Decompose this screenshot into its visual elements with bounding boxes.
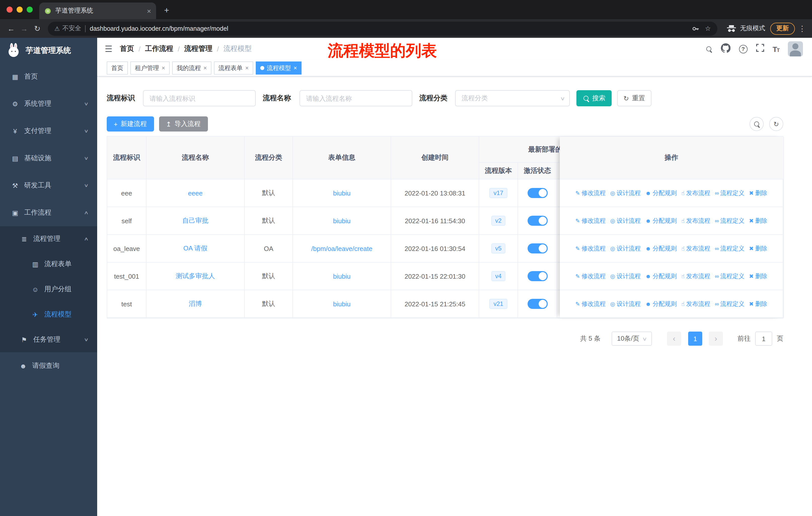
sidebar-item-process-model[interactable]: ✈ 流程模型 [0, 302, 97, 327]
process-name-link[interactable]: 滔博 [189, 300, 202, 307]
assign-rule-action[interactable]: ☻分配规则 [645, 244, 676, 253]
sidebar-item-infra[interactable]: ▤ 基础设施 ∨ [0, 145, 97, 172]
toggle-search-button[interactable] [750, 117, 764, 131]
publish-process-action[interactable]: ☝发布流程 [682, 244, 710, 253]
help-icon[interactable]: ? [739, 45, 747, 53]
github-icon[interactable] [721, 43, 730, 55]
tag-my-process[interactable]: 我的流程 × [172, 61, 211, 75]
refresh-table-button[interactable]: ↻ [769, 117, 783, 131]
assign-rule-action[interactable]: ☻分配规则 [645, 189, 676, 197]
process-name-link[interactable]: 自己审批 [182, 217, 208, 224]
delete-action[interactable]: ✖删除 [749, 272, 767, 280]
delete-action[interactable]: ✖删除 [749, 244, 767, 253]
process-name-link[interactable]: OA 请假 [183, 244, 207, 252]
tag-process-form[interactable]: 流程表单 × [214, 61, 253, 75]
breadcrumb-home[interactable]: 首页 [120, 44, 134, 53]
delete-action[interactable]: ✖删除 [749, 216, 767, 225]
active-toggle[interactable] [527, 299, 547, 309]
prev-page-button[interactable]: ‹ [667, 332, 681, 346]
publish-process-action[interactable]: ☝发布流程 [682, 272, 710, 280]
sidebar-item-system[interactable]: ⚙ 系统管理 ∨ [0, 90, 97, 117]
address-bar[interactable]: ⚠ 不安全 dashboard.yudao.iocoder.cn/bpm/man… [48, 21, 717, 35]
current-page-button[interactable]: 1 [688, 332, 702, 346]
password-key-icon[interactable] [692, 24, 700, 32]
process-name-input[interactable] [299, 90, 412, 106]
process-definition-action[interactable]: ∞流程定义 [715, 189, 745, 197]
reload-icon[interactable]: ↻ [31, 22, 44, 35]
design-process-action[interactable]: ◎设计流程 [610, 300, 641, 308]
edit-process-action[interactable]: ✎修改流程 [575, 216, 606, 225]
category-select[interactable]: 流程分类 ∨ [455, 90, 570, 106]
design-process-action[interactable]: ◎设计流程 [610, 272, 641, 280]
form-link[interactable]: biubiu [333, 189, 350, 197]
assign-rule-action[interactable]: ☻分配规则 [645, 300, 676, 308]
search-icon[interactable] [705, 46, 712, 52]
update-browser-button[interactable]: 更新 [770, 22, 795, 34]
edit-process-action[interactable]: ✎修改流程 [575, 272, 606, 280]
delete-action[interactable]: ✖删除 [749, 189, 767, 197]
sidebar-item-leave-query[interactable]: ☻ 请假查询 [0, 352, 97, 379]
sidebar-item-user-group[interactable]: ☺ 用户分组 [0, 277, 97, 302]
hamburger-icon[interactable]: ☰ [105, 44, 113, 54]
next-page-button[interactable]: › [709, 332, 723, 346]
reset-button[interactable]: ↻ 重置 [617, 90, 651, 106]
goto-page-input[interactable] [755, 332, 772, 346]
tab-close-icon[interactable]: × [147, 7, 151, 15]
sidebar-item-payment[interactable]: ¥ 支付管理 ∨ [0, 117, 97, 145]
process-name-link[interactable]: eeee [188, 189, 203, 197]
process-key-input[interactable] [143, 90, 256, 106]
edit-process-action[interactable]: ✎修改流程 [575, 189, 606, 197]
form-link[interactable]: biubiu [333, 272, 350, 280]
close-window-button[interactable] [6, 6, 12, 12]
new-tab-button[interactable]: + [160, 4, 173, 17]
form-link[interactable]: /bpm/oa/leave/create [311, 245, 373, 252]
fullscreen-icon[interactable] [756, 44, 764, 54]
tag-process-model[interactable]: 流程模型 × [256, 61, 301, 75]
import-process-button[interactable]: ↥ 导入流程 [159, 116, 208, 132]
breadcrumb-process-mgmt[interactable]: 流程管理 [184, 44, 212, 53]
sidebar-item-workflow[interactable]: ▣ 工作流程 ∧ [0, 199, 97, 226]
bookmark-star-icon[interactable]: ☆ [705, 25, 711, 32]
form-link[interactable]: biubiu [333, 217, 350, 224]
assign-rule-action[interactable]: ☻分配规则 [645, 272, 676, 280]
tag-tenant[interactable]: 租户管理 × [130, 61, 170, 75]
active-toggle[interactable] [527, 243, 547, 253]
back-icon[interactable]: ← [4, 22, 18, 35]
process-definition-action[interactable]: ∞流程定义 [715, 272, 745, 280]
edit-process-action[interactable]: ✎修改流程 [575, 244, 606, 253]
forward-icon[interactable]: → [18, 22, 31, 35]
breadcrumb-workflow[interactable]: 工作流程 [145, 44, 173, 53]
publish-process-action[interactable]: ☝发布流程 [682, 189, 710, 197]
create-process-button[interactable]: + 新建流程 [107, 116, 154, 132]
active-toggle[interactable] [527, 271, 547, 281]
sidebar-item-home[interactable]: ▦ 首页 [0, 63, 97, 90]
design-process-action[interactable]: ◎设计流程 [610, 244, 641, 253]
search-button[interactable]: 搜索 [576, 90, 612, 106]
form-link[interactable]: biubiu [333, 300, 350, 308]
publish-process-action[interactable]: ☝发布流程 [682, 216, 710, 225]
font-size-icon[interactable]: TT [773, 45, 779, 53]
sidebar-item-process-mgmt[interactable]: ≣ 流程管理 ∧ [0, 226, 97, 251]
delete-action[interactable]: ✖删除 [749, 300, 767, 308]
tag-home[interactable]: 首页 [107, 61, 128, 75]
close-icon[interactable]: × [245, 64, 249, 72]
design-process-action[interactable]: ◎设计流程 [610, 216, 641, 225]
process-definition-action[interactable]: ∞流程定义 [715, 244, 745, 253]
avatar[interactable] [788, 41, 803, 56]
sidebar-item-process-form[interactable]: ▥ 流程表单 [0, 251, 97, 277]
minimize-window-button[interactable] [17, 6, 23, 12]
browser-tab[interactable]: 芋道管理系统 × [39, 2, 156, 19]
page-size-select[interactable]: 10条/页 ∨ [612, 332, 652, 346]
sidebar-item-task-mgmt[interactable]: ⚑ 任务管理 ∨ [0, 327, 97, 352]
sidebar-item-devtools[interactable]: ⚒ 研发工具 ∨ [0, 172, 97, 199]
active-toggle[interactable] [527, 216, 547, 226]
active-toggle[interactable] [527, 188, 547, 198]
publish-process-action[interactable]: ☝发布流程 [682, 300, 710, 308]
security-indicator[interactable]: ⚠ 不安全 [54, 24, 81, 33]
process-name-link[interactable]: 测试多审批人 [176, 272, 215, 280]
design-process-action[interactable]: ◎设计流程 [610, 189, 641, 197]
close-icon[interactable]: × [162, 64, 165, 72]
process-definition-action[interactable]: ∞流程定义 [715, 300, 745, 308]
edit-process-action[interactable]: ✎修改流程 [575, 300, 606, 308]
close-icon[interactable]: × [293, 64, 297, 72]
